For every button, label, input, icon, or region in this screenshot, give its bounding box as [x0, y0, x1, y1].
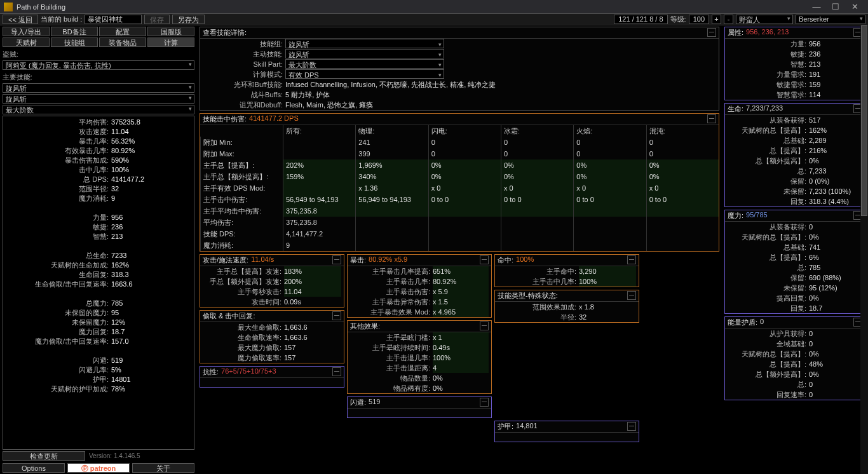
detail-select[interactable]: 旋风斩 — [285, 49, 444, 58]
kv-value: 18.7 — [809, 303, 822, 313]
kv-label: 力量需求: — [728, 69, 809, 79]
kv-label: 主手暴击几率提高: — [350, 266, 433, 276]
tab-import[interactable]: 导入/导出 — [3, 27, 50, 36]
patreon-button[interactable]: ⓟ patreon — [67, 463, 130, 473]
attributes-panel: 属性: 956, 236, 213 — 力量:956敏捷:236智慧:213力量… — [724, 27, 865, 100]
detail-select[interactable]: 有效 DPS — [285, 69, 444, 79]
table-row-label: 附加 Min: — [200, 137, 283, 148]
tab-skills[interactable]: 技能组 — [51, 37, 98, 47]
tab-items[interactable]: 装备物品 — [99, 37, 146, 47]
stat-label: 力量: — [3, 213, 111, 222]
skill-part-select[interactable]: 最大阶数 — [3, 105, 194, 114]
level-up-button[interactable]: + — [712, 15, 721, 24]
collapse-icon[interactable]: — — [707, 28, 716, 37]
close-button[interactable]: ✕ — [845, 2, 864, 11]
maximize-button[interactable]: ☐ — [826, 2, 845, 11]
tab-config[interactable]: 配置 — [99, 27, 146, 36]
speed-value: 11.04/s — [251, 255, 274, 265]
kv-value: x 5.9 — [433, 287, 489, 297]
about-button[interactable]: 关于 — [132, 463, 194, 473]
table-cell: 0 to 0 — [573, 194, 646, 205]
main-skill-select[interactable]: 旋风斩 — [3, 83, 194, 93]
table-cell — [283, 182, 355, 194]
table-cell: 0 to 0 — [646, 194, 719, 205]
kv-label: 全域基础: — [728, 339, 809, 349]
collapse-icon[interactable]: — — [480, 255, 489, 264]
active-skill-select[interactable]: 旋风斩 — [3, 94, 194, 104]
tab-tree[interactable]: 天赋树 — [3, 37, 50, 47]
level-down-button[interactable]: - — [724, 15, 733, 24]
speed-panel: 攻击/施法速度: 11.04/s — 主手总【提高】攻速:183%手总【额外提高… — [200, 254, 344, 308]
table-cell: 0 — [646, 148, 719, 159]
tab-calc[interactable]: 计算 — [147, 37, 194, 47]
stat-label: 范围半径: — [3, 184, 111, 194]
leech-title: 偷取 & 击中回复: — [203, 311, 255, 321]
stat-value: 18.7 — [111, 327, 125, 337]
tabs-row-1: 导入/导出 BD备注 配置 国服版 — [3, 27, 194, 36]
back-button[interactable]: << 返回 — [3, 15, 38, 24]
save-as-button[interactable]: 另存为 — [172, 15, 205, 24]
kv-label: 总【额外提高】: — [728, 369, 809, 379]
stat-value: 375235.8 — [111, 118, 140, 127]
kv-value: 0 — [809, 222, 813, 232]
table-cell — [283, 137, 355, 148]
class-select[interactable]: 野蛮人 — [736, 15, 793, 24]
kv-value: 157 — [284, 353, 295, 363]
table-cell: 0 — [646, 137, 719, 148]
kv-label: 主手击中几率: — [498, 276, 579, 287]
scrollbar-track[interactable] — [860, 25, 868, 474]
detail-select[interactable]: 旋风斩 — [285, 39, 444, 48]
table-cell: 0% — [646, 171, 719, 182]
check-update-button[interactable]: 检查更新 — [3, 451, 85, 461]
hit-title: 技能击中伤害: — [203, 114, 247, 124]
table-cell: 375,235.8 — [283, 205, 355, 217]
table-cell: 1,969% — [355, 159, 428, 171]
table-cell: x 0 — [501, 182, 573, 194]
ascendancy-select[interactable]: Berserker — [796, 15, 865, 24]
es-panel: 能量护盾: 0 — 从护具获得:0全域基础:0天赋树的总【提高】:0%总【提高】… — [724, 316, 865, 400]
collapse-icon[interactable]: — — [627, 255, 636, 264]
stat-value: 80.92% — [111, 146, 135, 156]
table-cell: 0 to 0 — [501, 194, 573, 205]
scrollbar-thumb[interactable] — [861, 25, 867, 216]
table-cell: 0% — [428, 159, 501, 171]
collapse-icon[interactable]: — — [627, 422, 636, 431]
build-name-input[interactable] — [85, 15, 142, 24]
collapse-icon[interactable]: — — [627, 291, 636, 300]
collapse-icon[interactable]: — — [332, 255, 341, 264]
collapse-icon[interactable]: — — [332, 311, 341, 320]
table-cell: 0 — [501, 148, 573, 159]
detail-select[interactable]: 最大阶数 — [285, 59, 444, 69]
collapse-icon[interactable]: — — [332, 367, 341, 376]
table-cell — [428, 217, 501, 228]
stat-label — [3, 346, 111, 356]
stat-label: 智慧: — [3, 232, 111, 241]
toolbar: << 返回 当前的 build : 保存 另存为 121 / 121 8 / 8… — [0, 14, 868, 25]
collapse-icon[interactable]: — — [480, 398, 489, 407]
acc-title: 命中: — [498, 255, 513, 265]
table-cell — [573, 240, 646, 251]
kv-value: 95 (12%) — [809, 283, 837, 293]
stat-value: 78% — [111, 384, 125, 394]
stat-value: 56.32% — [111, 137, 135, 146]
save-button[interactable]: 保存 — [144, 15, 170, 24]
tab-notes[interactable]: BD备注 — [51, 27, 98, 36]
life-panel: 生命: 7,233/7,233 — 从装备获得:517天赋树的总【提高】:162… — [724, 103, 865, 207]
kv-value: 690 (88%) — [809, 273, 841, 283]
minimize-button[interactable]: — — [807, 2, 826, 11]
kv-label: 智慧需求: — [728, 90, 809, 100]
bandit-select[interactable]: 阿莉亚 (魔力回复, 暴击伤害, 抗性) — [3, 60, 194, 70]
stat-value: 5% — [111, 365, 121, 375]
tab-cn[interactable]: 国服版 — [147, 27, 194, 36]
stat-label: 魔力偷取/击中回复速率: — [3, 337, 111, 346]
stat-label: 未保留的魔力: — [3, 308, 111, 318]
table-cell: 0% — [501, 171, 573, 182]
collapse-icon[interactable]: — — [707, 114, 716, 123]
options-button[interactable]: Options — [3, 463, 65, 473]
mana-value: 95/785 — [746, 211, 768, 220]
es-title: 能量护盾: — [728, 318, 757, 327]
stat-value: 519 — [111, 356, 123, 365]
collapse-icon[interactable]: — — [480, 322, 489, 330]
kv-label: 主手命中: — [498, 266, 579, 276]
kv-label: 主手暴击伤害: — [350, 287, 433, 297]
